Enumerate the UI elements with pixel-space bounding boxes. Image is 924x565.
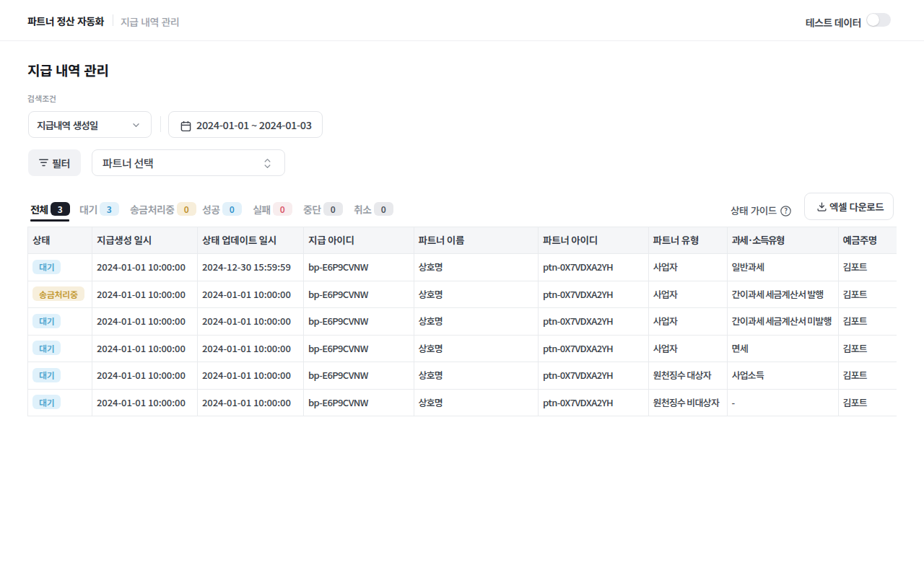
svg-text:?: ? — [784, 206, 788, 216]
